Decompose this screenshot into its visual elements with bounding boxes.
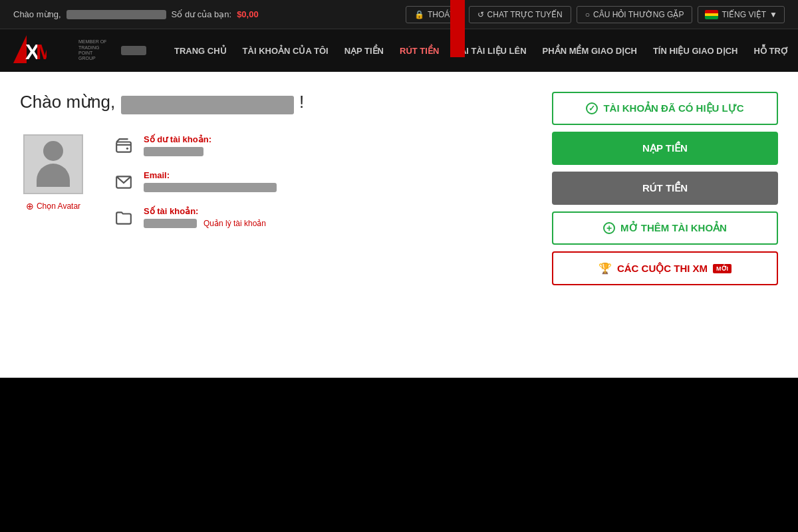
trophy-icon: 🏆 <box>598 262 612 275</box>
language-button[interactable]: TIẾNG VIỆT ▼ <box>698 6 785 23</box>
verified-label: TÀI KHOẢN ĐÃ CÓ HIỆU LỰC <box>603 102 743 114</box>
account-label: Số tài khoản: <box>144 206 266 216</box>
nav-item-my-account[interactable]: TÀI KHOẢN CỦA TÔI <box>235 29 336 72</box>
nav-item-home[interactable]: TRANG CHỦ <box>166 29 235 72</box>
svg-rect-3 <box>116 142 131 152</box>
balance-value: $0,00 <box>237 9 259 19</box>
top-utility-bar: Chào mừng, Số dư của bạn: $0,00 🔒 THOÁT … <box>0 0 798 29</box>
nav-item-trading-signals[interactable]: TÍN HIỆU GIAO DỊCH <box>645 29 746 72</box>
welcome-prefix: Chào mừng, <box>20 92 115 112</box>
verified-account-button[interactable]: ✓ TÀI KHOẢN ĐÃ CÓ HIỆU LỰC <box>552 92 778 125</box>
contest-label: CÁC CUỘC THI XM <box>617 263 708 275</box>
top-bar-left: Chào mừng, Số dư của bạn: $0,00 <box>13 9 259 19</box>
nav-user-blur <box>121 46 146 55</box>
new-badge: MỚI <box>713 264 732 273</box>
choose-avatar-button[interactable]: ⊕ Chọn Avatar <box>26 201 80 211</box>
avatar-box <box>23 134 83 194</box>
account-number-blur <box>144 219 197 228</box>
logo-area: X M MEMBER OF TRADING POINT GROUP <box>13 35 146 66</box>
welcome-suffix: ! <box>299 92 304 112</box>
email-value-blur <box>144 183 277 192</box>
account-content: Số tài khoản: Quản lý tài khoản <box>144 206 266 228</box>
balance-label: Số dư tài khoản: <box>144 134 211 144</box>
chat-button[interactable]: ↺ CHAT TRỰC TUYẾN <box>469 6 571 23</box>
withdraw-button[interactable]: RÚT TIỀN <box>552 172 778 205</box>
logo-svg: X M <box>13 35 47 63</box>
profile-section: ⊕ Chọn Avatar Số dư tài khoản: <box>20 134 778 229</box>
plus-circle-icon: + <box>603 222 615 234</box>
email-label: Email: <box>144 170 277 180</box>
arrow-annotation <box>439 0 476 57</box>
choose-avatar-label: Chọn Avatar <box>37 201 80 211</box>
nav-item-deposit[interactable]: NẠP TIỀN <box>336 29 392 72</box>
account-value-row: Quản lý tài khoản <box>144 219 266 228</box>
nav-item-support[interactable]: HỖ TRỢ <box>745 29 796 72</box>
vietnam-flag-icon <box>705 10 718 19</box>
open-account-button[interactable]: + MỞ THÊM TÀI KHOẢN <box>552 211 778 245</box>
folder-icon <box>113 207 134 229</box>
deposit-label: NẠP TIỀN <box>642 142 688 154</box>
balance-label: Số dư của bạn: <box>172 9 232 19</box>
arrow-stem <box>450 0 465 57</box>
email-content: Email: <box>144 170 277 192</box>
balance-value-blur <box>144 147 203 156</box>
open-account-label: MỞ THÊM TÀI KHOẢN <box>620 222 727 234</box>
logo-subtitle: MEMBER OF TRADING POINT GROUP <box>78 39 108 62</box>
actions-panel: ✓ TÀI KHOẢN ĐÃ CÓ HIỆU LỰC NẠP TIỀN RÚT … <box>552 92 778 285</box>
lock-icon: 🔒 <box>414 10 424 19</box>
user-name-blur <box>66 10 166 19</box>
checkmark-icon: ✓ <box>586 102 598 114</box>
chat-icon: ↺ <box>477 10 484 19</box>
xm-logo: X M MEMBER OF TRADING POINT GROUP <box>13 35 108 66</box>
nav-item-trading-software[interactable]: PHẦN MỀM GIAO DỊCH <box>535 29 645 72</box>
deposit-button[interactable]: NẠP TIỀN <box>552 132 778 165</box>
main-content: Chào mừng, ! ⊕ Chọn Avatar <box>0 72 798 378</box>
add-circle-icon: ⊕ <box>26 201 34 211</box>
navigation-bar: X M MEMBER OF TRADING POINT GROUP TRANG … <box>0 29 798 72</box>
question-icon: ○ <box>585 10 590 19</box>
greeting-text: Chào mừng, <box>13 9 61 19</box>
main-nav: TRANG CHỦ TÀI KHOẢN CỦA TÔI NẠP TIỀN RÚT… <box>166 29 797 72</box>
svg-text:M: M <box>36 40 47 63</box>
wallet-icon <box>113 136 134 157</box>
balance-content: Số dư tài khoản: <box>144 134 211 156</box>
contest-button[interactable]: 🏆 CÁC CUỘC THI XM MỚI <box>552 251 778 285</box>
email-icon <box>113 172 134 193</box>
svg-marker-0 <box>13 35 27 63</box>
manage-account-link[interactable]: Quản lý tài khoản <box>203 219 266 228</box>
avatar-figure <box>37 141 70 187</box>
svg-point-4 <box>126 147 128 149</box>
avatar-section: ⊕ Chọn Avatar <box>20 134 86 211</box>
welcome-name-blur <box>121 96 294 114</box>
bottom-black-area <box>0 378 798 458</box>
faq-button[interactable]: ○ CÂU HỎI THƯỜNG GẶP <box>577 6 693 23</box>
withdraw-label: RÚT TIỀN <box>642 182 688 194</box>
avatar-head <box>43 141 63 161</box>
avatar-body <box>37 164 70 187</box>
chevron-down-icon: ▼ <box>769 10 777 19</box>
